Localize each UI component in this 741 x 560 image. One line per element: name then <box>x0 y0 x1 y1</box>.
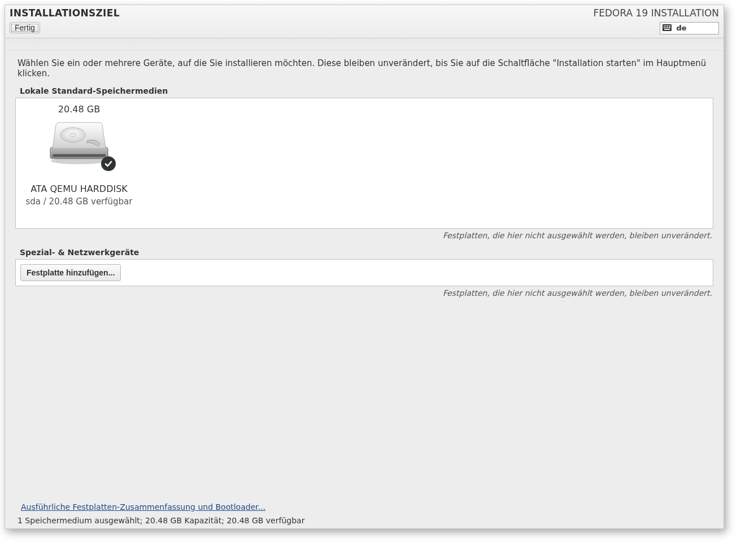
page-title: INSTALLATIONSZIEL <box>10 7 120 19</box>
installer-label: FEDORA 19 INSTALLATION <box>593 7 719 19</box>
selection-status: 1 Speichermedium ausgewählt; 20.48 GB Ka… <box>18 516 713 525</box>
svg-rect-5 <box>664 27 665 28</box>
svg-rect-7 <box>667 27 668 28</box>
disk-sub-label: sda / 20.48 GB verfügbar <box>23 196 136 207</box>
network-disks-heading: Spezial- & Netzwerkgeräte <box>20 248 709 257</box>
disk-item[interactable]: 20.48 GB <box>23 104 136 207</box>
svg-rect-3 <box>667 25 668 27</box>
disk-name-label: ATA QEMU HARDDISK <box>23 183 136 194</box>
network-disks-panel: Festplatte hinzufügen... <box>15 259 713 286</box>
svg-rect-6 <box>665 27 666 28</box>
svg-rect-2 <box>665 25 666 27</box>
svg-rect-12 <box>53 154 106 157</box>
local-disks-heading: Lokale Standard-Speichermedien <box>20 86 709 95</box>
disk-summary-link[interactable]: Ausführliche Festplatten-Zusammenfassung… <box>21 502 265 511</box>
instruction-text: Wählen Sie ein oder mehrere Geräte, auf … <box>18 58 711 78</box>
header-bar: INSTALLATIONSZIEL Fertig FEDORA 19 INSTA… <box>5 5 723 38</box>
svg-rect-4 <box>669 25 670 27</box>
keyboard-layout-label: de <box>677 24 687 32</box>
svg-rect-9 <box>664 29 670 30</box>
keyboard-layout-selector[interactable]: de <box>660 22 719 34</box>
installer-window: INSTALLATIONSZIEL Fertig FEDORA 19 INSTA… <box>5 5 724 529</box>
local-disks-note: Festplatten, die hier nicht ausgewählt w… <box>15 231 712 240</box>
keyboard-icon <box>662 24 672 33</box>
selected-check-icon <box>101 156 116 171</box>
svg-rect-1 <box>664 25 665 27</box>
done-button[interactable]: Fertig <box>10 22 40 33</box>
svg-rect-8 <box>669 27 670 28</box>
header-separator <box>5 39 723 51</box>
content-area: Wählen Sie ein oder mehrere Geräte, auf … <box>5 50 723 500</box>
footer: Ausführliche Festplatten-Zusammenfassung… <box>15 502 713 525</box>
local-disks-panel: 20.48 GB <box>15 98 713 229</box>
add-disk-button[interactable]: Festplatte hinzufügen... <box>20 264 121 281</box>
harddisk-icon <box>48 121 110 168</box>
disk-size-label: 20.48 GB <box>23 104 136 115</box>
svg-point-14 <box>69 133 76 137</box>
network-disks-note: Festplatten, die hier nicht ausgewählt w… <box>15 288 712 298</box>
